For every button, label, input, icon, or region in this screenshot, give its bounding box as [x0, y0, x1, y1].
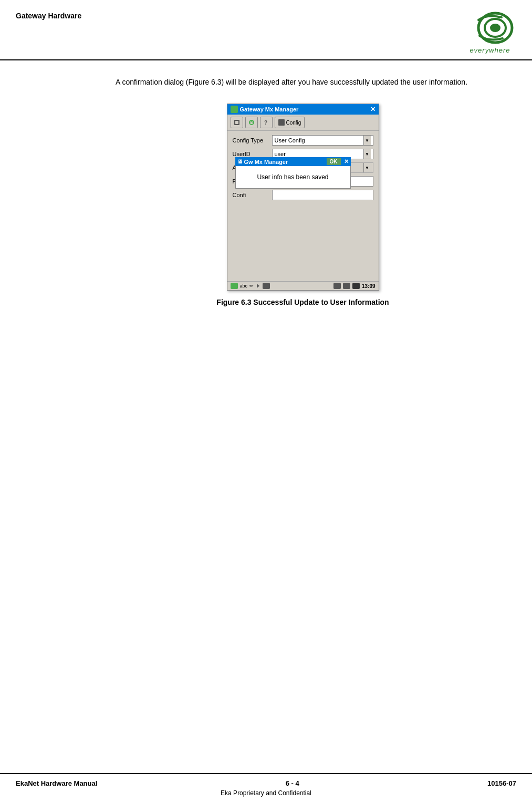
svg-text:?: ? — [264, 120, 267, 126]
popup-title-left: 🖥 Gw Mx Manager — [237, 159, 288, 165]
content-spacer — [116, 322, 490, 638]
config-type-row: Config Type User Config ▼ — [233, 135, 373, 146]
popup-close-icon[interactable]: ✕ — [344, 158, 349, 165]
toolbar-btn-3[interactable]: ? — [260, 117, 273, 128]
statusbar-icon-4 — [343, 283, 350, 289]
logo-area: everywhere — [464, 9, 516, 54]
description-paragraph: A confirmation dialog (Figure 6.3) will … — [116, 76, 490, 88]
page-header: Gateway Hardware everywhere — [0, 0, 532, 60]
popup-title-text: Gw Mx Manager — [244, 159, 288, 165]
main-content: A confirmation dialog (Figure 6.3) will … — [0, 60, 532, 653]
screenshot-container: Gateway Mx Manager ✕ ? Config — [116, 104, 490, 306]
userid-dropdown-arrow-icon[interactable]: ▼ — [363, 149, 371, 159]
access-dropdown-arrow-icon[interactable]: ▼ — [363, 163, 371, 172]
svg-rect-4 — [235, 121, 238, 124]
config-label: Config — [286, 120, 301, 126]
popup-title-bar: 🖥 Gw Mx Manager OK ✕ — [235, 157, 351, 166]
company-logo — [464, 9, 516, 46]
figure-caption: Figure 6.3 Successful Update to User Inf… — [216, 298, 389, 306]
logo-text: everywhere — [470, 46, 510, 54]
config-row: Confi — [233, 190, 373, 200]
app-statusbar: abc ✏ 13:09 — [227, 281, 379, 290]
config-icon — [278, 119, 285, 126]
toolbar-btn-2[interactable] — [245, 117, 258, 128]
config-type-value: User Config — [275, 137, 305, 143]
app-toolbar: ? Config — [227, 115, 379, 131]
popup-dialog: 🖥 Gw Mx Manager OK ✕ User info has been … — [235, 157, 351, 189]
popup-title-icon: 🖥 — [237, 159, 243, 164]
userid-value: user — [275, 151, 286, 157]
app-title: Gateway Mx Manager — [240, 106, 299, 112]
footer-main: EkaNet Hardware Manual 6 - 4 10156-07 — [16, 779, 516, 787]
statusbar-icon-2 — [263, 283, 270, 289]
footer-doc-number: 10156-07 — [487, 779, 516, 787]
statusbar-edit-icon: ✏ — [249, 283, 254, 289]
app-body: Config Type User Config ▼ UserID user — [227, 131, 379, 281]
config-row-label: Confi — [233, 192, 272, 198]
app-icon — [231, 106, 238, 113]
userid-label: UserID — [233, 151, 272, 157]
svg-point-5 — [249, 120, 254, 125]
config-type-label: Config Type — [233, 137, 272, 143]
popup-message: User info has been saved — [257, 173, 328, 181]
config-type-control[interactable]: User Config ▼ — [272, 135, 373, 146]
statusbar-right: 13:09 — [333, 283, 375, 289]
svg-point-2 — [490, 24, 500, 32]
statusbar-left: abc ✏ — [231, 283, 270, 289]
config-type-dropdown[interactable]: User Config ▼ — [275, 136, 371, 145]
statusbar-icon-5 — [352, 283, 360, 289]
statusbar-icon-1 — [231, 283, 238, 289]
statusbar-arrow-icon — [257, 284, 259, 288]
toolbar-btn-1[interactable] — [231, 117, 243, 128]
config-button[interactable]: Config — [275, 117, 305, 128]
section-title: Gateway Hardware — [16, 9, 81, 20]
close-icon[interactable]: ✕ — [370, 106, 375, 113]
page-footer: EkaNet Hardware Manual 6 - 4 10156-07 Ek… — [0, 773, 532, 802]
app-window: Gateway Mx Manager ✕ ? Config — [227, 104, 379, 291]
app-title-bar: Gateway Mx Manager ✕ — [227, 104, 379, 115]
footer-manual-title: EkaNet Hardware Manual — [16, 779, 97, 787]
popup-body: User info has been saved — [235, 166, 351, 189]
popup-ok-button[interactable]: OK — [327, 158, 341, 165]
statusbar-abc-label: abc — [240, 283, 248, 289]
dropdown-arrow-icon[interactable]: ▼ — [363, 136, 371, 145]
body-spacer — [233, 203, 373, 277]
statusbar-time: 13:09 — [362, 283, 375, 289]
popup-controls: OK ✕ — [327, 158, 349, 165]
footer-confidential: Eka Proprietary and Confidential — [16, 789, 516, 797]
config-control[interactable] — [272, 190, 373, 200]
statusbar-icon-3 — [333, 283, 341, 289]
title-bar-left: Gateway Mx Manager — [231, 106, 299, 113]
footer-page-number: 6 - 4 — [286, 779, 299, 787]
